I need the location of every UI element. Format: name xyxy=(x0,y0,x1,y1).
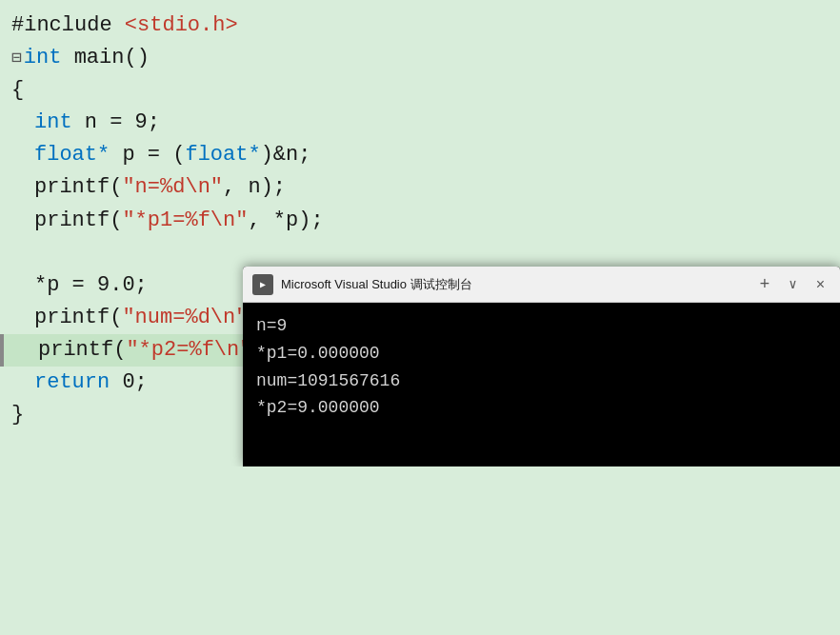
var-p-assign: p = ( xyxy=(110,139,185,171)
code-line-main: ⊟int main() xyxy=(0,42,840,74)
code-line-open-brace: { xyxy=(0,74,840,107)
assign-p: *p = 9.0; xyxy=(34,269,148,302)
var-n: n = 9; xyxy=(72,107,160,139)
terminal-output-line-3: num=1091567616 xyxy=(256,367,827,395)
code-line-printf-2: printf("*p1=%f\n", *p); xyxy=(0,205,840,237)
include-header: <stdio.h> xyxy=(125,10,238,42)
include-directive: #include xyxy=(11,10,125,42)
fold-icon[interactable]: ⊟ xyxy=(11,46,22,72)
main-func: main() xyxy=(61,42,149,74)
terminal-output-line-4: *p2=9.000000 xyxy=(256,394,827,422)
str-4: "*p2=%f\n" xyxy=(126,334,251,367)
keyword-float: float* xyxy=(34,139,110,171)
code-line-float-p: float* p = (float*)&n; xyxy=(0,139,840,171)
terminal-add-button[interactable]: + xyxy=(753,273,775,296)
keyword-int: int xyxy=(24,42,62,74)
terminal-window: ▶ Microsoft Visual Studio 调试控制台 + ∨ × n=… xyxy=(243,267,840,466)
keyword-int2: int xyxy=(34,107,72,139)
str-2: "*p1=%f\n" xyxy=(122,205,248,237)
cast-float: float* xyxy=(185,139,260,171)
close-brace: } xyxy=(11,399,24,431)
terminal-output-line-1: n=9 xyxy=(256,312,827,340)
code-line-printf-1: printf("n=%d\n", n); xyxy=(0,171,840,204)
terminal-app-icon: ▶ xyxy=(252,274,273,295)
code-line-int-n: int n = 9; xyxy=(0,107,840,139)
func-printf-3: printf( xyxy=(34,302,122,334)
str-1: "n=%d\n" xyxy=(122,171,223,204)
keyword-return: return xyxy=(34,367,110,399)
terminal-titlebar: ▶ Microsoft Visual Studio 调试控制台 + ∨ × xyxy=(243,267,840,303)
code-line-include: #include <stdio.h> xyxy=(0,10,840,42)
terminal-output-line-2: *p1=0.000000 xyxy=(256,340,827,367)
terminal-close-button[interactable]: × xyxy=(810,275,830,294)
str-3: "num=%d\n" xyxy=(122,302,248,334)
terminal-body: n=9 *p1=0.000000 num=1091567616 *p2=9.00… xyxy=(243,303,840,431)
open-brace: { xyxy=(11,74,24,107)
terminal-title: Microsoft Visual Studio 调试控制台 xyxy=(281,276,746,293)
func-printf-4: printf( xyxy=(38,334,126,367)
terminal-chevron-button[interactable]: ∨ xyxy=(783,274,802,294)
code-editor: #include <stdio.h> ⊟int main() { int n =… xyxy=(0,0,840,466)
func-printf-2: printf( xyxy=(34,205,122,237)
func-printf-1: printf( xyxy=(34,171,122,204)
terminal-icon-label: ▶ xyxy=(260,279,266,290)
code-line-blank xyxy=(0,237,840,269)
return-value: 0; xyxy=(110,367,148,399)
